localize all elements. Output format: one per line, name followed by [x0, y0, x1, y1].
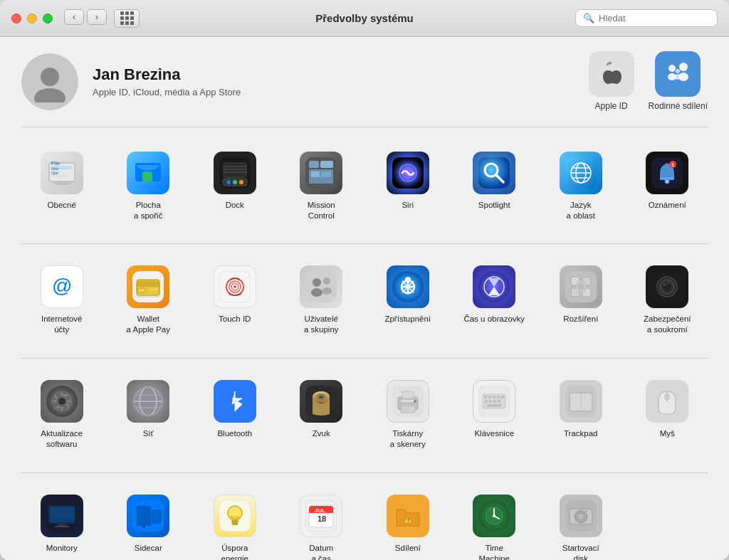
svg-text:1: 1 — [671, 162, 674, 167]
svg-rect-145 — [232, 523, 238, 525]
pref-rozsireni[interactable]: Rozšíření — [540, 258, 622, 341]
pref-obecne[interactable]: File New Ope Obecné — [21, 144, 103, 227]
forward-button[interactable]: › — [87, 9, 107, 25]
pref-jazyk[interactable]: Jazyka oblast — [540, 144, 622, 227]
svg-rect-119 — [493, 396, 495, 398]
svg-rect-33 — [321, 171, 331, 177]
svg-rect-13 — [53, 181, 70, 184]
svg-rect-23 — [224, 171, 246, 173]
wallet-label: Walleta Apple Pay — [127, 314, 170, 335]
pref-spotlight[interactable]: Spotlight — [454, 144, 535, 227]
svg-point-67 — [313, 278, 321, 287]
siri-label: Siri — [402, 200, 414, 211]
zvuk-label: Zvuk — [313, 428, 330, 439]
pref-sdileni[interactable]: ! Sdílení — [367, 487, 449, 560]
pref-mission[interactable]: MissionControl — [281, 144, 362, 227]
svg-point-2 — [668, 65, 676, 72]
system-preferences-window: ‹ › Předvolby systému 🔍 — [0, 0, 729, 560]
pref-zprist[interactable]: Zpřístupnění — [367, 258, 449, 341]
rozsireni-icon — [560, 265, 602, 308]
klavesnice-label: Klávesnice — [474, 428, 514, 439]
pref-sidecar[interactable]: Sidecar — [108, 487, 189, 560]
svg-rect-57 — [150, 288, 158, 290]
minimize-button[interactable] — [27, 14, 37, 23]
close-button[interactable] — [11, 14, 21, 23]
pref-startovaci[interactable]: Startovacídisk — [540, 487, 622, 560]
pref-uspora[interactable]: Úsporaenergie — [194, 487, 276, 560]
pref-siri[interactable]: Siri — [367, 144, 449, 227]
pref-monitory[interactable]: Monitory — [21, 487, 103, 560]
svg-text:JUL: JUL — [315, 507, 325, 514]
sdileni-icon: ! — [387, 495, 429, 537]
svg-point-86 — [578, 284, 584, 290]
obecne-icon: File New Ope — [41, 152, 83, 194]
pref-wallet[interactable]: Walleta Apple Pay — [108, 258, 189, 341]
obecne-label: Obecné — [48, 200, 76, 211]
pref-bt[interactable]: Bluetooth — [194, 373, 276, 455]
divider-1 — [21, 243, 708, 244]
pref-mys[interactable]: Myš — [627, 373, 708, 455]
mission-label: MissionControl — [308, 200, 335, 221]
cas-label: Čas u obrazovky — [463, 314, 525, 324]
sit-icon — [127, 380, 169, 423]
svg-point-108 — [319, 396, 323, 398]
tiskarny-label: Tiskárnya skenery — [390, 428, 426, 450]
jazyk-label: Jazyka oblast — [567, 200, 595, 221]
grid-view-button[interactable] — [114, 9, 140, 28]
apple-id-button[interactable]: Apple ID — [589, 51, 634, 112]
svg-point-91 — [664, 283, 666, 286]
family-sharing-button[interactable]: Rodinné sdílení — [649, 51, 708, 112]
svg-rect-137 — [55, 526, 69, 527]
sidecar-icon — [127, 495, 169, 537]
traffic-lights — [11, 14, 53, 23]
internet-icon: @ — [41, 265, 83, 308]
family-sharing-label: Rodinné sdílení — [649, 101, 708, 112]
maximize-button[interactable] — [43, 14, 53, 23]
touchid-label: Touch ID — [219, 314, 251, 324]
pref-plocha[interactable]: Plochaa spořič — [108, 144, 189, 227]
pref-datum[interactable]: JUL 18 Datuma čas — [281, 487, 362, 560]
pref-trackpad[interactable]: Trackpad — [540, 373, 622, 455]
svg-rect-32 — [311, 171, 320, 177]
search-icon: 🔍 — [583, 13, 594, 23]
svg-text:@: @ — [52, 275, 72, 297]
mys-label: Myš — [660, 428, 675, 439]
pref-zvuk[interactable]: Zvuk — [281, 373, 362, 455]
pref-dock[interactable]: Dock — [194, 144, 276, 227]
tiskarny-icon — [387, 380, 429, 423]
pref-touchid[interactable]: Touch ID — [194, 258, 276, 341]
search-box[interactable]: 🔍 — [575, 9, 718, 27]
user-actions: Apple ID R — [589, 51, 708, 112]
avatar[interactable] — [21, 53, 78, 110]
zvuk-icon — [300, 380, 342, 423]
nav-buttons: ‹ › — [64, 9, 140, 28]
svg-point-141 — [142, 525, 145, 528]
svg-rect-122 — [485, 400, 488, 403]
search-input[interactable] — [599, 13, 710, 23]
pref-klavesnice[interactable]: Klávesnice — [454, 373, 535, 455]
pref-zabezp[interactable]: Zabezpečenía soukromí — [627, 258, 708, 341]
pref-oznameni[interactable]: 1 Oznámení — [627, 144, 708, 227]
back-button[interactable]: ‹ — [64, 9, 84, 25]
user-section: Jan Brezina Apple ID, iCloud, média a Ap… — [21, 51, 708, 127]
apple-id-label: Apple ID — [595, 101, 628, 112]
pref-sit[interactable]: Síť — [108, 373, 189, 455]
svg-point-26 — [233, 180, 237, 184]
pref-tiskarny[interactable]: Tiskárnya skenery — [367, 373, 449, 455]
pref-time[interactable]: TimeMachine — [454, 487, 535, 560]
akt-icon — [41, 380, 83, 423]
svg-rect-112 — [402, 391, 414, 398]
titlebar: ‹ › Předvolby systému 🔍 — [0, 0, 729, 37]
pref-akt[interactable]: Aktualizacesoftwaru — [21, 373, 103, 455]
pref-uzivatele[interactable]: Uživateléa skupiny — [281, 258, 362, 341]
prefs-section-4: Monitory Sidecar — [21, 487, 708, 560]
divider-3 — [21, 472, 708, 473]
mission-icon — [300, 152, 342, 194]
user-name: Jan Brezina — [93, 65, 589, 84]
svg-rect-121 — [501, 396, 504, 398]
pref-cas[interactable]: Čas u obrazovky — [454, 258, 535, 341]
touchid-icon — [214, 265, 256, 308]
klavesnice-icon — [473, 380, 515, 423]
avatar-icon — [29, 61, 70, 102]
pref-internet[interactable]: @ Internetovéúčty — [21, 258, 103, 341]
